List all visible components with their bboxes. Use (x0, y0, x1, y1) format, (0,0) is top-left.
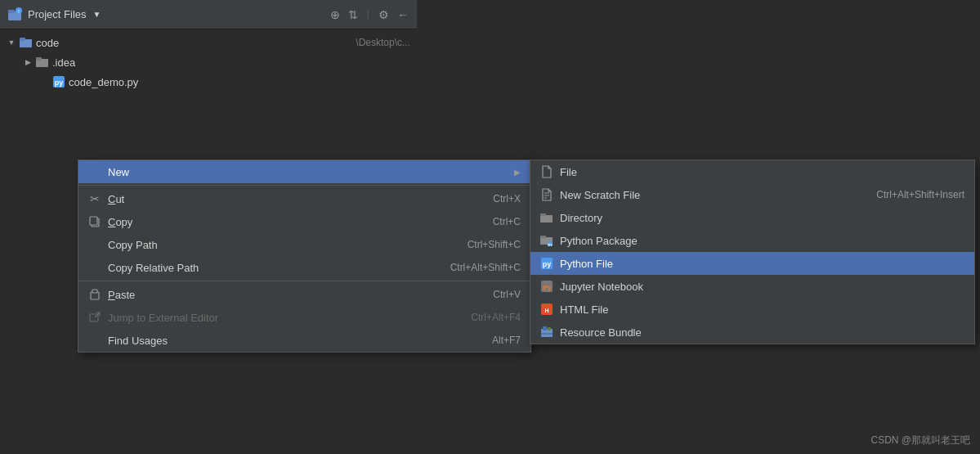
svg-text:py: py (548, 242, 553, 247)
menu-item-copy[interactable]: Copy Ctrl+C (78, 210, 530, 233)
html-icon: H (540, 303, 553, 316)
shortcut-copy-path: Ctrl+Shift+C (468, 239, 521, 250)
new-icon (88, 165, 101, 178)
menu-label-copy-path: Copy Path (108, 239, 461, 251)
context-menu-main: New ▶ ✂ Cut Ctrl+X Copy Ctrl+C Copy Path… (78, 160, 531, 353)
find-usages-icon (88, 334, 101, 347)
svg-rect-5 (20, 38, 25, 41)
svg-rect-19 (540, 215, 553, 223)
menu-item-cut[interactable]: ✂ Cut Ctrl+X (78, 187, 530, 210)
menu-item-python-package[interactable]: py Python Package (530, 229, 974, 252)
svg-text:H: H (544, 308, 548, 313)
shortcut-copy: Ctrl+C (493, 216, 521, 227)
menu-item-resource[interactable]: Resource Bundle (530, 321, 974, 344)
svg-rect-13 (92, 290, 97, 293)
menu-item-paste[interactable]: Paste Ctrl+V (78, 283, 530, 306)
menu-label-copy: Copy (108, 216, 486, 228)
tree-item-idea[interactable]: ▶ .idea (0, 52, 417, 72)
scratch-file-icon (540, 188, 553, 201)
separator-1 (78, 185, 530, 186)
header-separator: | (367, 8, 369, 20)
menu-item-file[interactable]: File (530, 160, 974, 183)
svg-rect-33 (548, 327, 551, 330)
shortcut-jump: Ctrl+Alt+F4 (471, 312, 521, 323)
svg-rect-22 (540, 236, 546, 238)
collapse-icon[interactable]: ⇅ (348, 8, 358, 21)
paste-icon (88, 288, 101, 301)
project-icon: ! (7, 7, 23, 23)
file-tree: ▼ code \Desktop\c... ▶ .idea (0, 29, 417, 92)
svg-text:py: py (55, 79, 64, 87)
menu-label-new: New (108, 166, 504, 178)
menu-label-resource: Resource Bundle (560, 326, 958, 339)
shortcut-find-usages: Alt+F7 (492, 335, 521, 346)
settings-icon[interactable]: ⚙ (378, 8, 389, 21)
menu-label-paste: Paste (108, 289, 486, 301)
svg-rect-32 (543, 326, 547, 330)
separator-2 (78, 281, 530, 281)
menu-item-copy-relative[interactable]: Copy Relative Path Ctrl+Alt+Shift+C (78, 256, 530, 279)
menu-item-new-scratch[interactable]: New Scratch File Ctrl+Alt+Shift+Insert (530, 183, 974, 206)
tree-path-code: \Desktop\c... (356, 37, 417, 48)
new-submenu-arrow: ▶ (514, 168, 521, 177)
menu-item-jupyter[interactable]: iPy Jupyter Notebook (530, 275, 974, 298)
panel-title-arrow: ▼ (93, 10, 101, 19)
file-icon (540, 165, 553, 178)
hide-icon[interactable]: ← (397, 8, 409, 21)
menu-item-copy-path[interactable]: Copy Path Ctrl+Shift+C (78, 233, 530, 256)
menu-item-jump: Jump to External Editor Ctrl+Alt+F4 (78, 306, 530, 329)
python-file-icon: py (52, 75, 65, 88)
menu-label-cut: Cut (108, 193, 486, 205)
svg-line-15 (95, 312, 100, 317)
menu-item-html[interactable]: H HTML File (530, 298, 974, 321)
menu-label-copy-relative: Copy Relative Path (108, 262, 444, 274)
panel-title: Project Files (28, 8, 87, 20)
tree-label-code: code (36, 37, 59, 49)
svg-rect-11 (90, 217, 97, 225)
copy-icon (88, 215, 101, 228)
folder-icon-idea (36, 56, 49, 69)
watermark: CSDN @那就叫老王吧 (870, 434, 970, 447)
folder-icon-code (20, 36, 33, 49)
menu-label-directory: Directory (560, 212, 958, 224)
svg-rect-7 (36, 57, 42, 61)
sync-icon[interactable]: ⊕ (330, 8, 340, 21)
python-file-icon-sub: py (540, 257, 553, 270)
expand-arrow-code: ▼ (7, 38, 16, 47)
svg-rect-20 (540, 214, 546, 216)
python-package-icon: py (540, 234, 553, 247)
menu-label-python-package: Python Package (560, 235, 958, 247)
menu-label-jump: Jump to External Editor (108, 312, 464, 324)
jupyter-icon: iPy (540, 280, 553, 293)
menu-item-directory[interactable]: Directory (530, 206, 974, 229)
menu-label-jupyter: Jupyter Notebook (560, 281, 958, 293)
shortcut-paste: Ctrl+V (493, 289, 521, 300)
jump-icon (88, 311, 101, 324)
directory-icon (540, 211, 553, 224)
tree-item-codedemo[interactable]: py code_demo.py (0, 72, 417, 92)
expand-arrow-idea: ▶ (23, 58, 33, 66)
svg-text:iPy: iPy (543, 285, 552, 291)
menu-item-new[interactable]: New ▶ (78, 160, 530, 183)
menu-item-python-file[interactable]: py Python File (530, 252, 974, 275)
shortcut-new-scratch: Ctrl+Alt+Shift+Insert (876, 189, 964, 200)
copy-relative-icon (88, 261, 101, 274)
cut-icon: ✂ (88, 192, 101, 205)
copy-path-icon (88, 238, 101, 251)
context-menu-sub: File New Scratch File Ctrl+Alt+Shift+Ins… (530, 160, 975, 344)
tree-label-idea: .idea (52, 56, 75, 69)
panel-header: ! Project Files ▼ ⊕ ⇅ | ⚙ ← (0, 0, 417, 29)
svg-text:!: ! (18, 9, 20, 14)
tree-item-code[interactable]: ▼ code \Desktop\c... (0, 33, 417, 52)
svg-text:py: py (543, 260, 552, 268)
shortcut-copy-relative: Ctrl+Alt+Shift+C (450, 262, 521, 273)
shortcut-cut: Ctrl+X (493, 193, 521, 205)
tree-label-codedemo: code_demo.py (69, 76, 138, 88)
svg-rect-34 (541, 333, 553, 335)
menu-item-find-usages[interactable]: Find Usages Alt+F7 (78, 329, 530, 352)
menu-label-html: HTML File (560, 303, 958, 316)
svg-rect-1 (8, 10, 15, 13)
menu-label-file: File (560, 166, 958, 178)
menu-label-new-scratch: New Scratch File (560, 189, 870, 201)
resource-icon (540, 326, 553, 339)
